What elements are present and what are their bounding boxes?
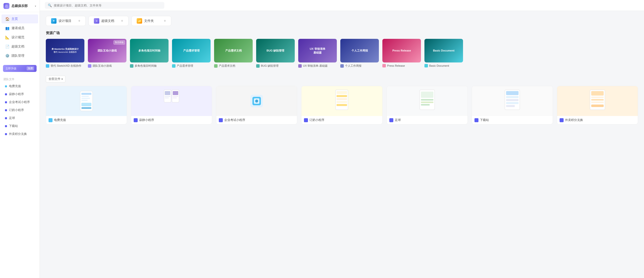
- design-spec-icon: 📐: [5, 35, 10, 40]
- resource-thumb-1: 团队互动小游戏 预览模板: [88, 39, 126, 62]
- action-buttons-row: ✦ 设计项目 + ≡ 超级文档 + 📁 文件夹 +: [46, 16, 638, 26]
- sidebar-item-home[interactable]: 🏠 主页: [2, 14, 38, 24]
- svg-rect-32: [506, 96, 518, 98]
- sidebar-item-design-spec[interactable]: 📐 设计规范: [2, 33, 38, 42]
- resource-card-icon-7: [340, 64, 344, 68]
- resource-thumb-content-4: 产品需求文档: [214, 39, 253, 62]
- all-files-filter[interactable]: 全部文件 ▾: [46, 76, 66, 82]
- svg-rect-26: [421, 92, 434, 98]
- file-icon-zuqiu: [389, 118, 393, 122]
- resource-card-6[interactable]: UX 审核清单基础篇 UX 审核清单-基础篇: [298, 39, 337, 68]
- doc-plus-icon: +: [121, 19, 123, 23]
- resource-market-title: 资源广场: [46, 31, 638, 35]
- resource-card-4[interactable]: 产品需求文档 产品需求文档: [214, 39, 253, 68]
- resource-label-8: Press Release: [382, 64, 421, 68]
- team-file-xiazhan[interactable]: 下载站: [2, 122, 38, 130]
- svg-rect-20: [336, 91, 347, 94]
- resource-thumb-8: Press Release: [382, 39, 421, 62]
- sidebar-item-invite[interactable]: 👥 邀请成员: [2, 24, 38, 32]
- search-input[interactable]: [54, 4, 161, 7]
- file-icon-qiye: [219, 118, 223, 122]
- resource-label-5: BUG 缺陷管理: [256, 64, 295, 68]
- svg-rect-2: [82, 96, 89, 97]
- resource-card-9[interactable]: Basic Document Basic Document: [424, 39, 463, 68]
- resource-card-7[interactable]: 个人工作周报 个人工作周报: [340, 39, 379, 68]
- create-doc-button[interactable]: ≡ 超级文档 +: [88, 16, 128, 26]
- sidebar-item-team-mgmt[interactable]: ⚙️ 团队管理: [2, 51, 38, 60]
- team-file-dot-zuqiu: [5, 117, 7, 119]
- team-file-qiye[interactable]: 企业考试小程序: [2, 98, 38, 106]
- team-file-label-anzjing: 寂静小程序: [9, 92, 24, 96]
- create-design-button[interactable]: ✦ 设计项目 +: [46, 16, 86, 26]
- file-card-xiazhan[interactable]: 下载站: [472, 86, 553, 124]
- file-thumb-zuqiu: [387, 86, 468, 116]
- team-file-dot-dianfei: [5, 85, 7, 87]
- file-info-zuqiu: 足球: [387, 116, 468, 124]
- file-card-dianfei[interactable]: 电费充值: [46, 86, 127, 124]
- team-name: 总裁俱乐部: [12, 4, 35, 8]
- sidebar-item-design-spec-label: 设计规范: [12, 35, 24, 40]
- team-header[interactable]: 总 总裁俱乐部 ▾: [0, 0, 40, 12]
- resource-thumb-content-8: Press Release: [382, 39, 421, 62]
- resource-thumb-6: UX 审核清单基础篇: [298, 39, 337, 62]
- file-thumb-dianfei: [46, 86, 127, 116]
- resource-thumb-content-6: UX 审核清单基础篇: [298, 39, 337, 62]
- resource-card-5[interactable]: BUG 缺陷管理 BUG 缺陷管理: [256, 39, 295, 68]
- resource-card-8[interactable]: Press Release Press Release: [382, 39, 421, 68]
- svg-rect-41: [591, 104, 604, 107]
- resource-card-name-5: BUG 缺陷管理: [261, 64, 278, 68]
- team-files-section-title: 团队文件: [0, 74, 40, 82]
- sidebar-item-super-doc[interactable]: 📄 超级文档: [2, 42, 38, 51]
- file-card-anzjing[interactable]: 寂静小程序: [131, 86, 212, 124]
- file-name-dianfei: 电费充值: [54, 118, 124, 122]
- file-thumb-waicai: [557, 86, 638, 116]
- svg-rect-5: [82, 103, 91, 106]
- rc-text-2: 多角色项目时间轴: [137, 47, 162, 54]
- create-folder-button[interactable]: 📁 文件夹 +: [132, 16, 171, 26]
- resource-card-icon-0: [46, 64, 49, 68]
- svg-rect-21: [336, 95, 347, 97]
- file-preview-dingniu: [333, 88, 350, 114]
- design-icon: ✦: [51, 18, 56, 24]
- team-file-dingniu[interactable]: 订奶小程序: [2, 106, 38, 114]
- resource-card-3[interactable]: 产品需求管理 产品需求管理: [172, 39, 210, 68]
- upgrade-badge: 免费: [27, 66, 34, 70]
- file-preview-waicai: [589, 88, 606, 114]
- filter-chevron-icon: ▾: [62, 78, 63, 80]
- resource-card-0[interactable]: 来 MasterGo 完成高效设计替代 Sketch/XD 在线协作 替代 Sk…: [46, 39, 84, 68]
- main-area: 🔍 ✦ 设计项目 + ≡ 超级文档 + 📁 文件夹 + 资源广场: [40, 0, 644, 278]
- resource-thumb-0: 来 MasterGo 完成高效设计替代 Sketch/XD 在线协作: [46, 39, 84, 62]
- resource-thumb-content-2: 多角色项目时间轴: [130, 39, 168, 62]
- file-name-waicai: 外卖积分兑换: [565, 118, 635, 122]
- file-icon-dingniu: [304, 118, 308, 122]
- all-files-filter-label: 全部文件: [48, 77, 60, 81]
- team-file-anzjing[interactable]: 寂静小程序: [2, 90, 38, 98]
- team-file-waicai[interactable]: 外卖积分兑换: [2, 130, 38, 138]
- resource-card-1[interactable]: 团队互动小游戏 预览模板 团队互动小游戏: [88, 39, 126, 68]
- file-card-dingniu[interactable]: 订奶小程序: [301, 86, 382, 124]
- team-file-zuqiu[interactable]: 足球: [2, 114, 38, 122]
- search-box[interactable]: 🔍: [45, 2, 164, 9]
- invite-icon: 👥: [5, 26, 10, 30]
- resource-card-name-6: UX 审核清单-基础篇: [303, 64, 328, 68]
- file-thumb-qiye: [216, 86, 297, 116]
- file-name-xiazhan: 下载站: [480, 118, 550, 122]
- upgrade-button[interactable]: 立即升级 免费: [3, 65, 36, 72]
- resource-label-2: 多角色项目时间轴: [130, 64, 168, 68]
- svg-rect-8: [165, 91, 170, 95]
- resource-thumb-7: 个人工作周报: [340, 39, 379, 62]
- resource-card-name-3: 产品需求管理: [177, 64, 193, 68]
- team-file-dianfei[interactable]: 电费充值: [2, 82, 38, 90]
- resource-card-name-1: 团队互动小游戏: [92, 64, 112, 68]
- resource-card-2[interactable]: 多角色项目时间轴 多角色项目时间轴: [130, 39, 168, 68]
- rc-text-4: 产品需求文档: [224, 47, 243, 54]
- svg-rect-23: [336, 101, 347, 103]
- rc-text-6: UX 审核清单基础篇: [308, 46, 326, 56]
- search-icon: 🔍: [48, 4, 52, 7]
- team-icon: 总: [4, 3, 10, 9]
- team-file-dot-dingniu: [5, 109, 7, 111]
- file-card-waicai[interactable]: 外卖积分兑换: [557, 86, 638, 124]
- file-card-zuqiu[interactable]: 足球: [386, 86, 468, 124]
- home-icon: 🏠: [5, 17, 10, 21]
- file-card-qiye[interactable]: 企业考试小程序: [216, 86, 297, 124]
